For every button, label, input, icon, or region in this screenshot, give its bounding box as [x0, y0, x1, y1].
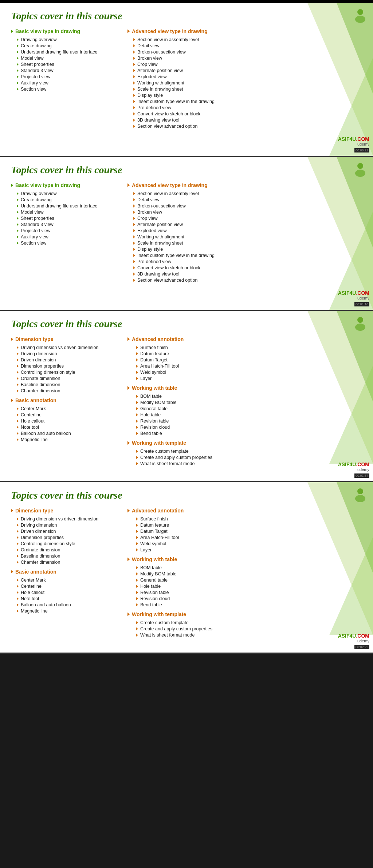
svg-marker-8 [17, 51, 19, 53]
svg-marker-20 [133, 63, 135, 66]
svg-marker-57 [133, 254, 135, 257]
svg-marker-126 [136, 530, 138, 533]
list-item: Hole callout [17, 418, 120, 424]
svg-marker-86 [136, 358, 138, 361]
svg-marker-5 [11, 29, 13, 33]
list-item: Revision cloud [133, 595, 362, 602]
list-item: Hole callout [17, 589, 120, 595]
list-item: Revision table [133, 418, 362, 424]
svg-point-35 [355, 170, 365, 177]
list-item: Create and apply custom properties [133, 454, 362, 460]
list-item: Center Mark [17, 577, 120, 583]
left-column: Dimension type Driving dimension vs driv… [11, 508, 120, 642]
svg-marker-122 [17, 610, 19, 613]
svg-marker-140 [136, 627, 138, 630]
right-section-header: Advanced annotation [127, 336, 362, 342]
svg-marker-121 [17, 603, 19, 606]
svg-marker-78 [17, 413, 19, 416]
branding: ASIF4U.COM udemy 00:02:22 [338, 633, 369, 650]
svg-marker-85 [136, 352, 138, 355]
right-section-header: Advanced annotation [127, 508, 362, 514]
left-column: Dimension type Driving dimension vs driv… [11, 336, 120, 470]
slide-title: Topics cover in this course [11, 318, 362, 330]
list-item: Dimension properties [17, 363, 120, 369]
list-item: Section view in assembly level [133, 190, 362, 197]
svg-marker-48 [133, 198, 135, 201]
svg-marker-51 [133, 217, 135, 220]
svg-marker-136 [136, 597, 138, 600]
list-item: Datum feature [133, 350, 362, 357]
svg-marker-12 [17, 75, 19, 78]
list-item: Auxiliary view [17, 80, 120, 86]
svg-marker-19 [133, 57, 135, 60]
svg-marker-89 [136, 377, 138, 380]
timestamp: 00:01:10 [354, 302, 369, 306]
logo-icon [351, 486, 369, 504]
svg-marker-99 [136, 450, 138, 453]
list-item: Display style [133, 92, 362, 98]
list-item: Revision cloud [133, 424, 362, 430]
list-item: Broken view [133, 209, 362, 215]
list-item: General table [133, 405, 362, 412]
svg-marker-81 [17, 432, 19, 435]
svg-marker-23 [133, 82, 135, 84]
svg-marker-110 [17, 530, 19, 533]
svg-marker-82 [17, 438, 19, 441]
right-column: Advanced annotation Surface finish Datum… [127, 508, 362, 642]
svg-marker-50 [133, 211, 135, 214]
right-topic-list: Section view in assembly level Detail vi… [127, 36, 362, 129]
svg-marker-119 [17, 591, 19, 594]
svg-marker-141 [136, 634, 138, 637]
svg-marker-135 [136, 591, 138, 594]
list-item: Driving dimension vs driven dimension [17, 516, 120, 522]
svg-marker-60 [133, 273, 135, 276]
svg-marker-16 [133, 38, 135, 41]
list-item: BOM table [133, 564, 362, 571]
svg-marker-111 [17, 536, 19, 539]
svg-marker-139 [136, 621, 138, 624]
list-item: Balloon and auto balloon [17, 602, 120, 608]
timestamp: 00:02:22 [354, 645, 369, 649]
list-item: Section view [17, 86, 120, 92]
svg-point-34 [357, 163, 363, 169]
svg-marker-45 [17, 242, 19, 245]
list-item: Auxiliary view [17, 234, 120, 240]
list-item: Create custom template [133, 448, 362, 454]
branding: ASIF4U.COM udemy 00:01:10 [338, 290, 369, 307]
list-item: What is sheet format mode [133, 460, 362, 467]
list-item: Bend table [133, 602, 362, 608]
right-section-header: Advanced view type in drawing [127, 28, 362, 34]
list-item: Layer [133, 547, 362, 553]
slides-container: Topics cover in this course Basic view t… [0, 3, 373, 654]
list-item: Chamfer dimension [17, 559, 120, 565]
list-item: General table [133, 577, 362, 583]
svg-marker-44 [17, 235, 19, 238]
right-topic-list2: BOM table Modify BOM table General table… [127, 393, 362, 436]
list-item: Exploded view [133, 74, 362, 80]
svg-marker-70 [17, 358, 19, 361]
svg-marker-28 [133, 112, 135, 115]
svg-marker-6 [17, 38, 19, 41]
list-item: Standard 3 view [17, 221, 120, 227]
list-item: Ordinate dimension [17, 375, 120, 381]
slide-title: Topics cover in this course [11, 490, 362, 501]
list-item: Display style [133, 246, 362, 252]
list-item: Convert view to sketch or block [133, 265, 362, 271]
list-item: Alternate position view [133, 67, 362, 74]
list-item: Detail view [133, 197, 362, 203]
left-section-header2: Basic annotation [11, 569, 120, 575]
list-item: Area Hatch-Fill tool [133, 363, 362, 369]
svg-marker-69 [17, 352, 19, 355]
svg-marker-95 [136, 420, 138, 423]
list-item: Hole table [133, 412, 362, 418]
list-item: Modify BOM table [133, 571, 362, 577]
svg-marker-37 [17, 192, 19, 195]
right-topic-list: Section view in assembly level Detail vi… [127, 190, 362, 283]
svg-marker-137 [136, 603, 138, 606]
svg-marker-59 [133, 266, 135, 269]
list-item: Section view advanced option [133, 277, 362, 283]
svg-marker-9 [17, 57, 19, 60]
list-item: Weld symbol [133, 369, 362, 375]
list-item: Section view advanced option [133, 123, 362, 129]
svg-marker-130 [127, 558, 130, 561]
